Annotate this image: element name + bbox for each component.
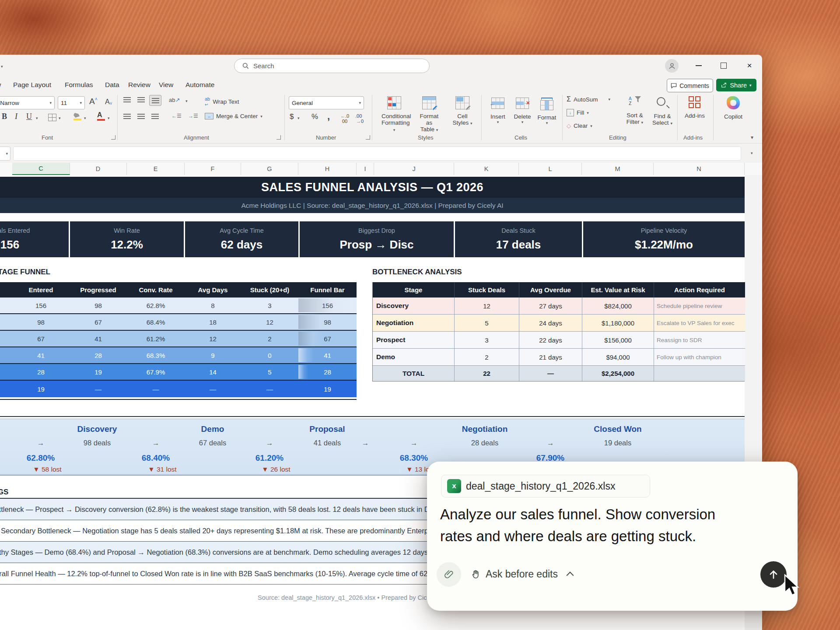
bn-stage[interactable]: Demo (373, 349, 455, 365)
align-right-icon[interactable] (151, 114, 159, 119)
formula-bar-chevron-icon[interactable]: ▾ (751, 151, 753, 155)
cell-stuck[interactable]: 2 (241, 331, 298, 346)
column-header-h[interactable]: H (298, 163, 357, 175)
bn-stuck[interactable]: 12 (455, 298, 519, 314)
wrap-text-button[interactable]: ab↩ Wrap Text (205, 96, 239, 107)
cell-conv-rate[interactable]: 67.9% (127, 364, 185, 380)
align-middle-icon[interactable] (137, 97, 145, 102)
tab-view[interactable]: View (159, 81, 173, 89)
bn-action[interactable]: Schedule pipeline review (654, 298, 745, 314)
cell-conv-rate[interactable]: 68.4% (127, 314, 185, 330)
bn-stuck[interactable]: 2 (455, 349, 519, 365)
ask-before-edits-toggle[interactable]: Ask before edits (471, 568, 573, 580)
bn-value[interactable]: $1,180,000 (582, 315, 654, 331)
maximize-button[interactable] (715, 58, 732, 73)
currency-chevron-icon[interactable]: ▾ (298, 116, 300, 120)
tab-formulas[interactable]: Formulas (65, 81, 93, 89)
delete-cells-button[interactable]: × Delete ▾ (511, 98, 534, 124)
align-top-icon[interactable] (123, 97, 131, 102)
bn-stage[interactable]: Negotiation (373, 315, 455, 331)
cell-avg-days[interactable]: 12 (185, 331, 241, 346)
format-as-table-button[interactable]: Format as Table ▾ (416, 96, 442, 133)
fill-color-chevron-icon[interactable]: ▾ (84, 116, 86, 120)
cell-entered[interactable]: 41 (12, 347, 70, 363)
cell-stuck[interactable]: — (241, 381, 298, 397)
find-select-button[interactable]: Find & Select ▾ (650, 96, 675, 126)
cell-entered[interactable]: 28 (12, 364, 70, 380)
column-header-m[interactable]: M (582, 163, 654, 175)
bn-stage[interactable]: Discovery (373, 298, 455, 314)
funnel-bar-cell[interactable]: 98 (298, 314, 357, 330)
font-color-chevron-icon[interactable]: ▾ (108, 116, 110, 120)
align-center-icon[interactable] (137, 114, 145, 119)
font-name-combo[interactable]: Aptos Narrow▾ (0, 96, 55, 109)
name-box[interactable]: ▾ (0, 147, 10, 161)
cell-entered[interactable]: 67 (12, 331, 70, 346)
bottleneck-row[interactable]: Negotiation 5 24 days $1,180,000 Escalat… (373, 315, 745, 332)
insert-cells-button[interactable]: ← Insert ▾ (486, 98, 509, 124)
bn-value[interactable]: $824,000 (582, 298, 654, 314)
add-ins-button[interactable]: Add-ins (683, 96, 706, 119)
column-header-l[interactable]: L (519, 163, 582, 175)
orientation-icon[interactable]: ab↗ (169, 97, 180, 103)
clear-button[interactable]: ◇ Clear ▾ (567, 122, 592, 129)
send-button[interactable] (760, 561, 787, 588)
conditional-formatting-button[interactable]: Conditional Formatting ▾ (382, 96, 407, 133)
funnel-row[interactable]: 41 28 68.3% 9 0 41 (0, 347, 357, 364)
cell-stuck[interactable]: 0 (241, 347, 298, 363)
font-color-icon[interactable]: A (97, 111, 105, 121)
tab-draw-fragment[interactable]: w (0, 81, 1, 89)
cell-stuck[interactable]: 12 (241, 314, 298, 330)
increase-indent-icon[interactable]: →☰ (188, 113, 198, 119)
cell-progressed[interactable]: 98 (70, 298, 127, 313)
align-left-icon[interactable] (123, 114, 131, 119)
funnel-row[interactable]: 19 — — — — 19 (0, 381, 357, 397)
funnel-bar-label[interactable]: 19 (298, 381, 357, 397)
column-header-sliver[interactable] (0, 163, 13, 175)
number-dialog-launcher-icon[interactable] (366, 135, 370, 140)
currency-icon[interactable]: $ (290, 112, 294, 121)
kpi-card-deals-entered[interactable]: Deals Entered 156 (0, 221, 69, 257)
bn-overdue[interactable]: 22 days (519, 332, 582, 348)
cell-styles-button[interactable]: Cell Styles ▾ (450, 96, 475, 126)
underline-icon[interactable]: U (26, 112, 32, 121)
cell-stuck[interactable]: 5 (241, 364, 298, 380)
bn-overdue[interactable]: 27 days (519, 298, 582, 314)
cell-entered[interactable]: 19 (12, 381, 70, 397)
funnel-bar-cell[interactable]: 41 (298, 347, 357, 363)
comments-button[interactable]: Comments (667, 79, 713, 92)
attached-file-chip[interactable]: x deal_stage_history_q1_2026.xlsx (441, 475, 650, 497)
close-button[interactable]: × (740, 58, 759, 73)
cell-stuck[interactable]: 3 (241, 298, 298, 313)
decrease-indent-icon[interactable]: ←☰ (172, 113, 182, 119)
increase-decimal-icon[interactable]: ←.000 (340, 113, 349, 124)
cell-progressed[interactable]: 28 (70, 347, 127, 363)
fill-color-icon[interactable] (74, 113, 81, 120)
column-header-n[interactable]: N (654, 163, 745, 175)
cell-conv-rate[interactable]: 62.8% (127, 298, 185, 313)
orientation-chevron-icon[interactable]: ▾ (186, 99, 188, 103)
bn-stuck[interactable]: 5 (455, 315, 519, 331)
number-format-combo[interactable]: General▾ (289, 96, 364, 109)
cell-progressed[interactable]: 41 (70, 331, 127, 346)
share-button[interactable]: Share ▾ (716, 79, 756, 91)
funnel-bar-cell[interactable]: 156 (298, 298, 357, 313)
cell-entered[interactable]: 156 (12, 298, 70, 313)
bn-value[interactable]: $94,000 (582, 349, 654, 365)
align-bottom-selected[interactable] (149, 95, 161, 106)
cell-avg-days[interactable]: — (185, 381, 241, 397)
bottleneck-row[interactable]: Prospect 3 22 days $156,000 Reassign to … (373, 332, 745, 349)
tab-automate[interactable]: Automate (186, 81, 214, 89)
kpi-card-biggest-drop[interactable]: Biggest Drop Prosp → Disc (300, 221, 454, 257)
cell-entered[interactable]: 98 (12, 314, 70, 330)
account-avatar[interactable] (665, 59, 679, 73)
search-box[interactable]: Search (234, 59, 430, 73)
cell-avg-days[interactable]: 18 (185, 314, 241, 330)
funnel-row[interactable]: 156 98 62.8% 8 3 156 (0, 298, 357, 314)
funnel-row[interactable]: 98 67 68.4% 18 12 98 (0, 314, 357, 331)
alignment-dialog-launcher-icon[interactable] (276, 135, 281, 140)
column-header-c-selected[interactable]: C (12, 163, 70, 175)
sort-filter-button[interactable]: AZ Sort & Filter ▾ (623, 96, 647, 125)
format-cells-button[interactable]: Format ▾ (536, 98, 558, 125)
column-header-e[interactable]: E (127, 163, 185, 175)
